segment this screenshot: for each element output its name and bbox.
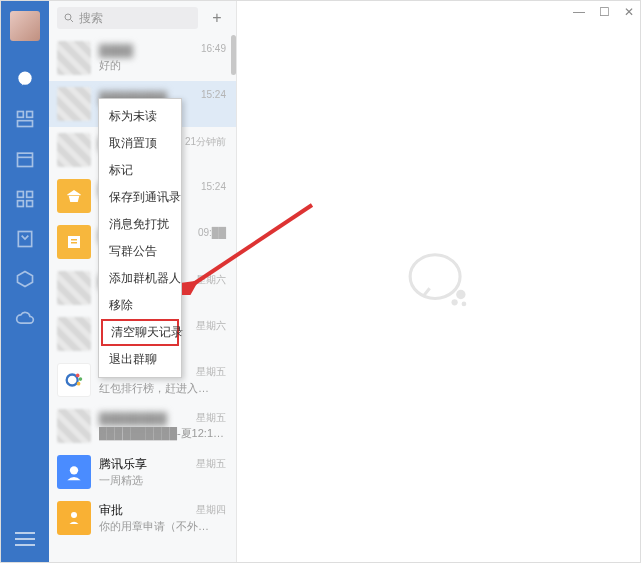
svg-rect-8 — [18, 201, 24, 207]
nav-sidebar — [1, 1, 49, 562]
chat-avatar — [57, 455, 91, 489]
chat-time: 15:24 — [201, 89, 226, 100]
nav-calendar-icon[interactable] — [15, 149, 35, 169]
svg-point-0 — [18, 72, 31, 85]
svg-rect-7 — [27, 192, 33, 198]
menu-item[interactable]: 移除 — [99, 292, 181, 319]
svg-rect-1 — [18, 112, 24, 118]
chat-preview: 红包排行榜，赶进入… — [99, 381, 228, 396]
svg-point-12 — [65, 14, 71, 20]
chat-avatar — [57, 41, 91, 75]
svg-point-18 — [77, 382, 81, 386]
nav-docs-icon[interactable] — [15, 229, 35, 249]
chat-preview: 一周精选 — [99, 473, 228, 488]
nav-workspace-icon[interactable] — [15, 269, 35, 289]
avatar[interactable] — [10, 11, 40, 41]
search-placeholder: 搜索 — [79, 10, 103, 27]
menu-item[interactable]: 标记 — [99, 157, 181, 184]
chat-row[interactable]: 审批你的用章申请（不外…星期四 — [49, 495, 236, 541]
menu-item[interactable]: 写群公告 — [99, 238, 181, 265]
window-maximize[interactable]: ☐ — [599, 5, 610, 19]
chat-avatar — [57, 271, 91, 305]
menu-item[interactable]: 消息免打扰 — [99, 211, 181, 238]
chat-avatar — [57, 501, 91, 535]
nav-chat-icon[interactable] — [15, 69, 35, 89]
chat-avatar — [57, 225, 91, 259]
chat-time: 星期五 — [196, 365, 226, 379]
chat-time: 09:██ — [198, 227, 226, 238]
menu-item[interactable]: 添加群机器人 — [99, 265, 181, 292]
nav-contacts-icon[interactable] — [15, 109, 35, 129]
context-menu: 标为未读取消置顶标记保存到通讯录消息免打扰写群公告添加群机器人移除清空聊天记录退… — [98, 98, 182, 378]
svg-point-26 — [461, 301, 466, 306]
main-area: — ☐ ✕ — [237, 1, 640, 562]
svg-point-23 — [410, 254, 460, 298]
svg-rect-4 — [18, 153, 33, 166]
window-minimize[interactable]: — — [573, 5, 585, 19]
menu-item[interactable]: 标为未读 — [99, 103, 181, 130]
chat-time: 星期五 — [196, 457, 226, 471]
chat-time: 星期六 — [196, 273, 226, 287]
chat-preview: 你的用章申请（不外… — [99, 519, 228, 534]
menu-item[interactable]: 保存到通讯录 — [99, 184, 181, 211]
chat-row[interactable]: ██████████████████-夏12:1…星期五 — [49, 403, 236, 449]
chat-row[interactable]: ████好的16:49 — [49, 35, 236, 81]
svg-line-13 — [71, 20, 74, 23]
chat-avatar — [57, 317, 91, 351]
nav-apps-icon[interactable] — [15, 189, 35, 209]
add-button[interactable]: + — [206, 7, 228, 29]
chat-preview: 好的 — [99, 58, 228, 73]
svg-point-21 — [70, 466, 78, 474]
menu-item[interactable]: 取消置顶 — [99, 130, 181, 157]
menu-item[interactable]: 清空聊天记录 — [101, 319, 179, 346]
svg-rect-3 — [18, 121, 33, 127]
chat-avatar — [57, 179, 91, 213]
chat-avatar — [57, 87, 91, 121]
svg-point-24 — [456, 289, 465, 298]
search-icon — [63, 12, 75, 24]
svg-rect-2 — [27, 112, 33, 118]
menu-item[interactable]: 退出群聊 — [99, 346, 181, 373]
chat-avatar — [57, 363, 91, 397]
search-input[interactable]: 搜索 — [57, 7, 198, 29]
window-close[interactable]: ✕ — [624, 5, 634, 19]
chat-preview: ██████████-夏12:1… — [99, 426, 228, 441]
menu-icon[interactable] — [15, 528, 35, 548]
svg-marker-11 — [18, 272, 33, 287]
svg-rect-6 — [18, 192, 24, 198]
svg-point-22 — [71, 512, 77, 518]
svg-point-19 — [79, 377, 83, 381]
chat-time: 星期五 — [196, 411, 226, 425]
chat-time: 15:24 — [201, 181, 226, 192]
chat-time: 21分钟前 — [185, 135, 226, 149]
svg-rect-9 — [27, 201, 33, 207]
svg-point-20 — [76, 374, 80, 378]
chat-time: 星期六 — [196, 319, 226, 333]
chat-avatar — [57, 133, 91, 167]
chat-time: 星期四 — [196, 503, 226, 517]
chat-time: 16:49 — [201, 43, 226, 54]
chat-avatar — [57, 409, 91, 443]
svg-point-25 — [451, 299, 457, 305]
nav-cloud-icon[interactable] — [15, 309, 35, 329]
empty-chat-icon — [400, 241, 478, 322]
chat-row[interactable]: 腾讯乐享一周精选星期五 — [49, 449, 236, 495]
